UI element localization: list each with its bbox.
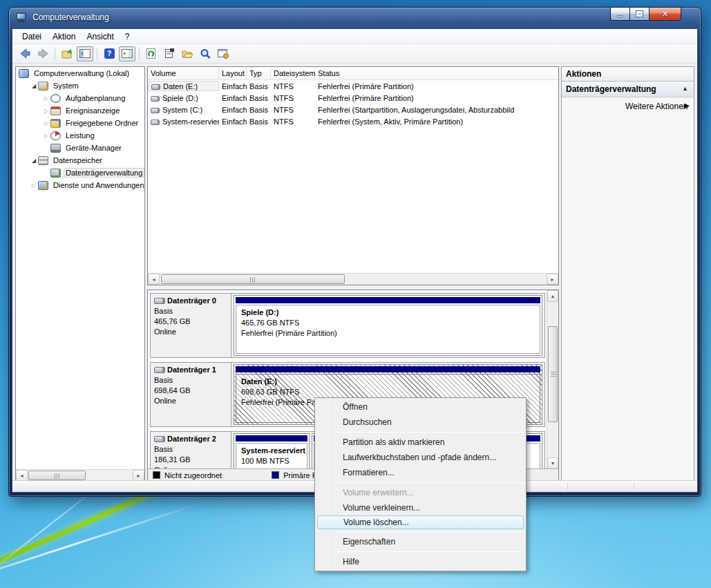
scroll-right-icon[interactable]: ►	[547, 274, 558, 285]
tree-item-computerverwaltung[interactable]: Computerverwaltung (Lokal)	[16, 67, 144, 79]
tree-item-system[interactable]: ◢ System	[16, 79, 144, 92]
tree-horizontal-scrollbar[interactable]: ◄ ►	[16, 469, 144, 481]
menu-item-oeffnen[interactable]: Öffnen	[317, 399, 524, 415]
scroll-up-icon[interactable]: ▲	[547, 290, 558, 302]
menu-item-partition-als-aktiv-markieren[interactable]: Partition als aktiv markieren	[317, 435, 524, 450]
scrollbar-thumb[interactable]	[161, 274, 345, 284]
volume-icon	[151, 96, 160, 102]
actions-pane: Aktionen Datenträgerverwaltung ▲ Weitere…	[561, 66, 694, 482]
volume-row-system-reserviert[interactable]: System-reserviert Einfach Basis NTFS Feh…	[148, 115, 558, 127]
tree-item-geraete-manager[interactable]: Geräte-Manager	[16, 142, 144, 154]
volume-row-spiele[interactable]: Spiele (D:) Einfach Basis NTFS Fehlerfre…	[148, 92, 558, 104]
menu-item-formatieren[interactable]: Formatieren...	[317, 465, 524, 480]
refresh-icon	[146, 48, 157, 59]
window-controls: ✕	[610, 8, 681, 21]
menu-aktion[interactable]: Aktion	[47, 30, 81, 44]
column-header-layout[interactable]: Layout	[219, 67, 247, 80]
column-header-status[interactable]: Status	[315, 67, 558, 80]
actions-more-actions[interactable]: Weitere Aktionen ▶	[562, 97, 694, 115]
rescan-disks-button[interactable]	[197, 46, 214, 61]
context-menu: Öffnen Durchsuchen Partition als aktiv m…	[314, 397, 527, 571]
scroll-left-icon[interactable]: ◄	[148, 274, 160, 285]
column-header-dateisystem[interactable]: Dateisystem	[271, 67, 315, 80]
menu-separator	[336, 482, 524, 483]
tree-item-aufgabenplanung[interactable]: ▷ Aufgabenplanung	[16, 92, 144, 104]
open-button[interactable]	[179, 46, 196, 61]
help-button[interactable]: ?	[101, 46, 117, 61]
event-viewer-icon	[50, 106, 61, 115]
column-header-typ[interactable]: Typ	[247, 67, 271, 80]
collapsed-arrow-icon[interactable]: ▷	[30, 182, 38, 189]
primary-partition-bar	[236, 366, 540, 372]
expanded-arrow-icon[interactable]: ◢	[30, 83, 38, 89]
volume-row-system-c[interactable]: System (C:) Einfach Basis NTFS Fehlerfre…	[148, 104, 558, 115]
scroll-left-icon[interactable]: ◄	[16, 470, 28, 481]
disk-view-vertical-scrollbar[interactable]: ▲ ▼	[547, 290, 558, 469]
scroll-right-icon[interactable]: ►	[133, 470, 144, 481]
tree-item-datenspeicher[interactable]: ◢ Datenspeicher	[16, 154, 144, 167]
toolbar-separator	[97, 48, 97, 60]
scrollbar-thumb[interactable]	[548, 326, 558, 422]
device-manager-icon	[50, 144, 61, 153]
tree-item-leistung[interactable]: ▷ Leistung	[16, 129, 144, 142]
volume-icon	[151, 108, 160, 113]
toggle-action-pane-button[interactable]	[119, 46, 135, 61]
close-icon: ✕	[662, 10, 668, 18]
scrollbar-thumb[interactable]	[28, 471, 86, 480]
menu-hilfe[interactable]: ?	[120, 30, 135, 44]
unallocated-swatch	[153, 471, 160, 479]
collapsed-arrow-icon[interactable]: ▷	[42, 120, 50, 126]
expanded-arrow-icon[interactable]: ◢	[30, 158, 38, 164]
menu-separator	[336, 551, 524, 552]
submenu-arrow-icon: ▶	[684, 102, 690, 109]
storage-icon	[38, 156, 48, 165]
app-icon	[16, 12, 28, 23]
disk-icon	[154, 298, 165, 304]
forward-button[interactable]	[35, 46, 51, 61]
forward-icon	[37, 48, 49, 59]
disk-management-icon	[50, 169, 61, 178]
volume-list-horizontal-scrollbar[interactable]: ◄ ►	[148, 273, 558, 285]
splitter[interactable]	[145, 66, 147, 482]
tree-item-dienste-und-anwendungen[interactable]: ▷ Dienste und Anwendungen	[16, 179, 144, 191]
menu-item-durchsuchen[interactable]: Durchsuchen	[317, 415, 524, 430]
wallpaper-light-streak	[0, 502, 200, 588]
collapsed-arrow-icon[interactable]: ▷	[42, 95, 50, 102]
menu-ansicht[interactable]: Ansicht	[81, 30, 119, 44]
menu-item-laufwerkbuchstaben-aendern[interactable]: Laufwerkbuchstaben und -pfade ändern...	[317, 450, 524, 465]
disk-1-label[interactable]: Datenträger 1 Basis 698,64 GB Online	[151, 363, 231, 426]
menu-datei[interactable]: Datei	[17, 30, 47, 44]
export-list-button[interactable]	[59, 46, 75, 61]
collapsed-arrow-icon[interactable]: ▷	[42, 108, 50, 114]
properties-button[interactable]	[161, 46, 178, 61]
tree-item-datentraegerverwaltung[interactable]: Datenträgerverwaltung	[16, 167, 144, 179]
settings-button[interactable]	[215, 46, 231, 61]
column-header-volume[interactable]: Volume	[148, 67, 219, 80]
close-button[interactable]: ✕	[650, 8, 681, 21]
menu-item-hilfe[interactable]: Hilfe	[317, 554, 524, 569]
disk-0-label[interactable]: Datenträger 0 Basis 465,76 GB Online	[151, 294, 231, 357]
collapse-icon[interactable]: ▲	[682, 85, 688, 92]
tree-item-freigegebene-ordner[interactable]: ▷ Freigegebene Ordner	[16, 117, 144, 129]
partition-spiele-d[interactable]: Spiele (D:) 465,76 GB NTFS Fehlerfrei (P…	[234, 295, 542, 356]
maximize-button[interactable]	[630, 8, 650, 21]
actions-section-datentraegerverwaltung[interactable]: Datenträgerverwaltung ▲	[562, 82, 694, 97]
toolbar-separator	[55, 48, 55, 60]
collapsed-arrow-icon[interactable]: ▷	[42, 133, 50, 139]
title-bar[interactable]: Computerverwaltung	[9, 8, 701, 28]
menu-item-volume-loeschen[interactable]: Volume löschen...	[317, 515, 524, 529]
tree-item-ereignisanzeige[interactable]: ▷ Ereignisanzeige	[16, 104, 144, 117]
minimize-button[interactable]	[610, 8, 630, 21]
volume-list-header: Volume Layout Typ Dateisystem Status	[148, 67, 558, 80]
volume-icon	[151, 120, 160, 125]
toggle-console-tree-button[interactable]	[77, 46, 93, 61]
refresh-button[interactable]	[143, 46, 160, 61]
scroll-down-icon[interactable]: ▼	[547, 457, 558, 469]
volume-icon	[151, 84, 160, 90]
menu-item-eigenschaften[interactable]: Eigenschaften	[317, 534, 524, 549]
menu-item-volume-verkleinern[interactable]: Volume verkleinern...	[317, 500, 524, 515]
disk-icon	[154, 367, 165, 373]
volume-row-daten[interactable]: Daten (E:) Einfach Basis NTFS Fehlerfrei…	[148, 80, 558, 92]
task-scheduler-icon	[50, 94, 61, 103]
back-button[interactable]	[17, 46, 33, 61]
